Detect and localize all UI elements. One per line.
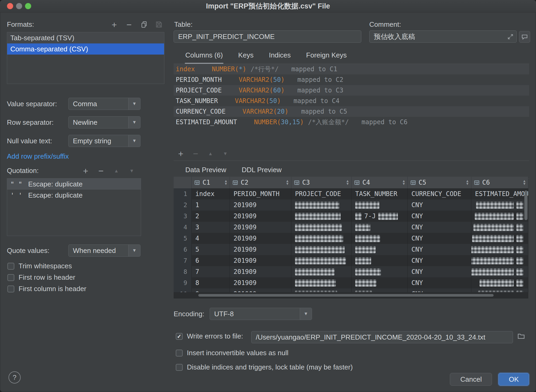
quote-values-select[interactable]: When needed ▼ (68, 244, 140, 257)
insert-null-checkbox[interactable]: Insert inconvertible values as null (176, 349, 288, 357)
tab-columns-6[interactable]: Columns (6) (185, 50, 223, 64)
row-number[interactable]: 5 (174, 233, 192, 244)
checkbox-box[interactable] (7, 263, 14, 270)
grid-cell[interactable]: 8 (192, 277, 230, 288)
grid-cell[interactable]: 7 (192, 266, 230, 277)
vertical-scrollbar[interactable] (524, 190, 528, 220)
grid-cell[interactable] (471, 244, 528, 255)
grid-cell[interactable] (291, 233, 352, 244)
help-button[interactable]: ? (8, 371, 21, 384)
grid-cell[interactable] (352, 199, 408, 211)
grid-cell[interactable]: CNY (408, 266, 471, 277)
grid-cell[interactable] (471, 277, 528, 288)
row-number[interactable]: 4 (174, 222, 192, 233)
add-quotation-button[interactable]: + (82, 167, 90, 175)
add-column-button[interactable]: + (177, 150, 185, 158)
column-header-c3[interactable]: C3▲▼ (291, 177, 352, 188)
table-name-input[interactable]: ERP_INIT_PREDICT_INCOME (174, 30, 361, 43)
sort-icon[interactable]: ▲▼ (286, 180, 288, 185)
grid-cell[interactable] (291, 211, 352, 222)
column-header-c4[interactable]: C4▲▼ (352, 177, 408, 188)
row-number[interactable]: 3 (174, 211, 192, 222)
remove-quotation-button[interactable]: − (97, 167, 105, 175)
grid-cell[interactable]: 201909 (230, 266, 291, 277)
checkbox-box[interactable] (176, 364, 183, 371)
grid-cell[interactable] (291, 222, 352, 233)
grid-cell[interactable]: CNY (408, 211, 471, 222)
grid-cell[interactable]: 201909 (230, 277, 291, 288)
sort-icon[interactable]: ▲▼ (346, 180, 349, 185)
row-number[interactable]: 1 (174, 188, 192, 199)
grid-cell[interactable]: 4 (192, 233, 230, 244)
grid-cell[interactable]: 1 (192, 199, 230, 211)
edit-comment-button[interactable] (519, 31, 530, 43)
grid-cell[interactable]: 201909 (230, 211, 291, 222)
grid-cell[interactable] (291, 266, 352, 277)
grid-cell[interactable]: ESTIMATED_AMOUNT (471, 188, 528, 199)
grid-cell[interactable] (352, 288, 408, 292)
row-separator-select[interactable]: Newline ▼ (68, 116, 140, 128)
checkbox-box[interactable] (7, 286, 14, 292)
grid-cell[interactable] (471, 222, 528, 233)
grid-cell[interactable] (291, 244, 352, 255)
sort-icon[interactable]: ▲▼ (466, 180, 468, 185)
expand-icon[interactable] (507, 33, 514, 40)
grid-cell[interactable]: CNY (408, 277, 471, 288)
comment-input[interactable]: 预估收入底稿 (369, 30, 517, 43)
grid-cell[interactable] (471, 233, 528, 244)
row-number[interactable]: 8 (174, 266, 192, 277)
grid-cell[interactable] (291, 288, 352, 292)
move-up-button[interactable]: ▲ (112, 167, 120, 175)
add-format-button[interactable]: + (110, 21, 118, 29)
save-format-button[interactable] (155, 21, 163, 29)
grid-cell[interactable]: CNY (408, 288, 471, 292)
row-number[interactable]: 2 (174, 199, 192, 211)
row-number[interactable]: 10 (174, 288, 192, 292)
checkbox-trim-whitespaces[interactable]: Trim whitespaces (7, 262, 86, 270)
row-number[interactable]: 9 (174, 277, 192, 288)
grid-cell[interactable]: CNY (408, 255, 471, 266)
grid-cell[interactable]: PROJECT_CODE (291, 188, 352, 199)
tab-foreign-keys[interactable]: Foreign Keys (306, 50, 347, 64)
grid-cell[interactable]: 201909 (230, 255, 291, 266)
grid-cell[interactable] (352, 233, 408, 244)
row-number[interactable]: 7 (174, 255, 192, 266)
quotation-option[interactable]: ' 'Escape: duplicate (7, 190, 141, 201)
move-column-down-button[interactable]: ▼ (221, 150, 229, 158)
grid-cell[interactable] (291, 255, 352, 266)
add-row-prefix-suffix-link[interactable]: Add row prefix/suffix (7, 152, 69, 161)
grid-cell[interactable]: CNY (408, 244, 471, 255)
write-errors-checkbox[interactable]: ✓ Write errors to file: (176, 332, 243, 340)
browse-file-button[interactable] (517, 332, 525, 340)
checkbox-first-column-is-header[interactable]: First column is header (7, 285, 86, 293)
grid-cell[interactable] (291, 199, 352, 211)
grid-cell[interactable]: 5 (192, 244, 230, 255)
column-header-c6[interactable]: C6▲▼ (471, 177, 528, 188)
disable-indices-checkbox[interactable]: Disable indices and triggers, lock table… (176, 363, 353, 371)
null-value-select[interactable]: Empty string ▼ (68, 135, 140, 147)
tab-data-preview[interactable]: Data Preview (185, 165, 227, 178)
checkbox-box[interactable] (7, 274, 14, 281)
grid-cell[interactable]: 201909 (230, 199, 291, 211)
horizontal-scrollbar[interactable] (198, 294, 494, 297)
copy-format-button[interactable] (140, 21, 148, 29)
grid-cell[interactable] (352, 266, 408, 277)
tab-ddl-preview[interactable]: DDL Preview (241, 165, 282, 178)
remove-column-button[interactable]: − (192, 150, 200, 158)
grid-cell[interactable] (471, 255, 528, 266)
column-header-c2[interactable]: C2▲▼ (230, 177, 291, 188)
quotation-option[interactable]: " "Escape: duplicate (7, 179, 141, 190)
grid-cell[interactable]: CNY (408, 222, 471, 233)
grid-cell[interactable]: index (192, 188, 230, 199)
grid-cell[interactable]: CURRENCY_CODE (408, 188, 471, 199)
grid-cell[interactable]: 201909 (230, 244, 291, 255)
grid-cell[interactable]: PERIOD_MONTH (230, 188, 291, 199)
column-header-c5[interactable]: C5▲▼ (408, 177, 471, 188)
encoding-select[interactable]: UTF-8 ▼ (210, 308, 312, 320)
remove-format-button[interactable]: − (125, 21, 133, 29)
move-down-button[interactable]: ▼ (128, 167, 136, 175)
grid-cell[interactable] (352, 277, 408, 288)
grid-cell[interactable] (471, 199, 528, 211)
checkbox-box[interactable] (176, 350, 183, 357)
grid-cell[interactable] (352, 222, 408, 233)
